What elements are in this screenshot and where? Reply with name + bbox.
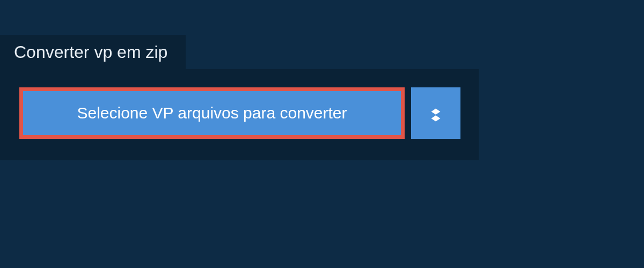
- dropbox-button[interactable]: [411, 87, 460, 139]
- converter-panel: Selecione VP arquivos para converter: [0, 69, 479, 160]
- dropbox-icon: [427, 104, 445, 122]
- tab-title: Converter vp em zip: [14, 42, 167, 62]
- tab-bar: Converter vp em zip: [0, 35, 186, 71]
- select-files-label: Selecione VP arquivos para converter: [77, 104, 347, 122]
- button-row: Selecione VP arquivos para converter: [19, 87, 459, 139]
- tab-converter[interactable]: Converter vp em zip: [0, 35, 186, 71]
- select-files-button[interactable]: Selecione VP arquivos para converter: [19, 87, 405, 139]
